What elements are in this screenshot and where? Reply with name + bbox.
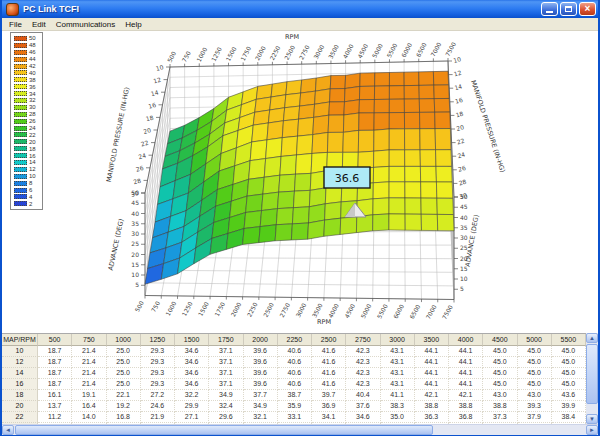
surface-cell[interactable] (435, 129, 451, 150)
surface-cell[interactable] (375, 73, 390, 87)
table-cell[interactable]: 25.0 (107, 368, 141, 379)
table-cell[interactable]: 18.7 (38, 346, 72, 357)
table-cell[interactable]: 37.9 (518, 412, 552, 423)
table-cell[interactable]: 38.8 (449, 401, 483, 412)
surface-cell[interactable] (246, 194, 263, 212)
table-cell[interactable]: 36.3 (415, 412, 449, 423)
surface-cell[interactable] (286, 80, 302, 95)
table-cell[interactable]: 45.0 (552, 368, 586, 379)
surface-cell[interactable] (389, 99, 404, 113)
table-cell[interactable]: 36.9 (312, 401, 346, 412)
surface-cell[interactable] (389, 72, 404, 86)
surface-cell[interactable] (328, 115, 344, 132)
table-cell[interactable]: 43.1 (381, 368, 415, 379)
table-cell[interactable]: 44.1 (449, 346, 483, 357)
surface-cell[interactable] (263, 175, 280, 194)
table-cell[interactable]: 29.3 (141, 346, 175, 357)
table-cell[interactable]: 43.1 (381, 357, 415, 368)
surface-cell[interactable] (315, 89, 331, 104)
surface-cell[interactable] (421, 198, 437, 214)
table-cell[interactable]: 43.0 (518, 390, 552, 401)
scroll-up-button[interactable]: ▲ (586, 333, 598, 343)
table-cell[interactable]: 32.4 (209, 401, 243, 412)
surface-cell[interactable] (343, 113, 359, 132)
surface-cell[interactable] (359, 86, 374, 100)
table-cell[interactable]: 41.6 (312, 357, 346, 368)
table-cell[interactable]: 45.0 (552, 379, 586, 390)
surface-cell[interactable] (282, 119, 298, 138)
surface-cell[interactable] (313, 115, 329, 134)
table-cell[interactable]: 45.0 (518, 346, 552, 357)
table-cell[interactable]: 42.1 (449, 390, 483, 401)
surface-cell[interactable] (300, 91, 316, 106)
surface-cell[interactable] (259, 225, 276, 243)
table-cell[interactable]: 21.4 (72, 357, 106, 368)
surface-cell[interactable] (324, 218, 341, 236)
table-cell[interactable]: 16.1 (38, 390, 72, 401)
table-cell[interactable]: 29.3 (141, 379, 175, 390)
surface-cell[interactable] (419, 72, 434, 86)
surface-cell[interactable] (374, 150, 390, 167)
table-cell[interactable]: 29.3 (141, 357, 175, 368)
table-cell[interactable]: 41.6 (312, 346, 346, 357)
surface-cell[interactable] (293, 190, 310, 207)
table-cell[interactable]: 45.0 (518, 368, 552, 379)
table-cell[interactable]: 34.6 (175, 368, 209, 379)
close-button[interactable]: × (579, 2, 596, 16)
table-cell[interactable]: 34.6 (346, 412, 380, 423)
table-cell[interactable]: 22.1 (107, 390, 141, 401)
surface-cell[interactable] (421, 214, 438, 230)
table-cell[interactable]: 39.9 (552, 401, 586, 412)
table-cell[interactable]: 38.7 (278, 390, 312, 401)
table-cell[interactable]: 44.1 (449, 368, 483, 379)
table-cell[interactable]: 37.1 (209, 379, 243, 390)
maximize-button[interactable] (560, 2, 577, 16)
menu-item-help[interactable]: Help (120, 20, 146, 29)
table-cell[interactable]: 39.6 (244, 346, 278, 357)
surface-cell[interactable] (404, 72, 419, 86)
table-cell[interactable]: 18.7 (38, 379, 72, 390)
surface-cell[interactable] (244, 211, 261, 229)
surface-cell[interactable] (264, 156, 281, 177)
surface-cell[interactable] (262, 192, 279, 210)
surface-cell[interactable] (249, 159, 266, 180)
table-cell[interactable]: 34.9 (209, 390, 243, 401)
table-cell[interactable]: 42.3 (346, 357, 380, 368)
table-cell[interactable]: 44.1 (415, 346, 449, 357)
surface-cell[interactable] (314, 102, 330, 117)
table-cell[interactable]: 35.9 (278, 401, 312, 412)
surface-cell[interactable] (419, 85, 434, 99)
surface-cell[interactable] (358, 151, 374, 168)
surface-cell[interactable] (389, 182, 405, 198)
table-cell[interactable]: 36.8 (449, 412, 483, 423)
surface-cell[interactable] (283, 106, 299, 121)
table-cell[interactable]: 18.7 (38, 357, 72, 368)
table-cell[interactable]: 25.0 (107, 379, 141, 390)
table-cell[interactable]: 45.0 (483, 379, 517, 390)
table-cell[interactable]: 45.0 (552, 346, 586, 357)
surface-cell[interactable] (421, 182, 437, 198)
minimize-button[interactable] (541, 2, 558, 16)
surface-cell[interactable] (252, 123, 269, 142)
table-cell[interactable]: 34.6 (175, 379, 209, 390)
scroll-left-button[interactable]: ◄ (2, 425, 14, 435)
title-bar[interactable]: PC Link TCFI × (2, 0, 598, 18)
surface-cell[interactable] (436, 150, 452, 167)
surface-cell[interactable] (298, 117, 314, 136)
surface-cell[interactable] (374, 129, 390, 151)
table-cell[interactable]: 32.1 (244, 412, 278, 423)
surface-cell[interactable] (340, 217, 357, 235)
table-cell[interactable]: 27.2 (141, 390, 175, 401)
surface-cell[interactable] (420, 129, 436, 150)
table-cell[interactable]: 38.4 (552, 412, 586, 423)
horizontal-scroll-thumb[interactable] (15, 425, 433, 435)
surface-cell[interactable] (267, 121, 283, 140)
surface-cell[interactable] (389, 129, 404, 150)
table-cell[interactable]: 42.3 (346, 379, 380, 390)
table-cell[interactable]: 25.0 (107, 346, 141, 357)
surface-cell[interactable] (260, 209, 277, 227)
table-cell[interactable]: 18.7 (38, 368, 72, 379)
menu-item-file[interactable]: File (4, 20, 27, 29)
table-cell[interactable]: 38.8 (415, 401, 449, 412)
table-cell[interactable]: 45.0 (552, 357, 586, 368)
